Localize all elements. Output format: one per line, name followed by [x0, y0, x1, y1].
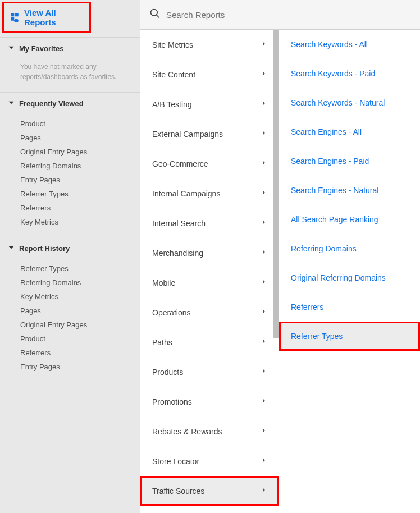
category-item[interactable]: Traffic Sources — [140, 476, 279, 506]
sidebar-section-title: Frequently Viewed — [19, 99, 84, 108]
category-item[interactable]: Operations — [140, 297, 279, 327]
category-label: Internal Campaigns — [152, 189, 220, 198]
sidebar-item[interactable]: Referrers — [0, 346, 140, 360]
sidebar-item[interactable]: Pages — [0, 304, 140, 318]
subreport-label: Search Engines - All — [291, 127, 362, 136]
subreport-label: Search Engines - Paid — [291, 157, 369, 166]
category-item[interactable]: External Campaigns — [140, 119, 279, 149]
chevron-right-icon — [261, 70, 267, 79]
sidebar-section-title: Report History — [19, 244, 70, 253]
sidebar-item[interactable]: Referring Domains — [0, 276, 140, 290]
sidebar-item[interactable]: Key Metrics — [0, 290, 140, 304]
category-item[interactable]: Geo-Commerce — [140, 149, 279, 178]
sidebar-section-body: You have not marked any reports/dashboar… — [0, 59, 140, 92]
category-item[interactable]: Paths — [140, 327, 279, 357]
category-item[interactable]: Site Content — [140, 59, 279, 89]
sidebar-section: Frequently ViewedProductPagesOriginal En… — [0, 92, 140, 237]
subreport-item[interactable]: Referrers — [279, 292, 420, 322]
subreport-label: Original Referring Domains — [291, 273, 386, 282]
subreport-item[interactable]: Referring Domains — [279, 234, 420, 263]
sidebar-item[interactable]: Referrer Types — [0, 262, 140, 276]
view-all-reports-label: View All Reports — [24, 8, 84, 27]
sidebar-section-header[interactable]: Frequently Viewed — [0, 93, 140, 114]
category-item[interactable]: Mobile — [140, 268, 279, 297]
subreport-label: Referring Domains — [291, 244, 357, 253]
sidebar-section-header[interactable]: Report History — [0, 237, 140, 259]
chevron-right-icon — [261, 99, 267, 109]
category-item[interactable]: Visitor Retention — [140, 506, 279, 513]
sidebar-item[interactable]: Original Entry Pages — [0, 318, 140, 332]
category-label: Internal Search — [152, 219, 206, 228]
subreport-item[interactable]: Search Engines - Paid — [279, 146, 420, 176]
sidebar-item[interactable]: Referrer Types — [0, 187, 140, 201]
report-columns: Site MetricsSite ContentA/B TestingExter… — [140, 30, 420, 513]
subreport-item[interactable]: All Search Page Ranking — [279, 205, 420, 234]
category-item[interactable]: Internal Search — [140, 208, 279, 238]
category-item[interactable]: Rebates & Rewards — [140, 416, 279, 446]
sidebar-item[interactable]: Product — [0, 332, 140, 346]
sidebar-item[interactable]: Pages — [0, 131, 140, 145]
subreport-label: Referrer Types — [291, 332, 343, 341]
chevron-right-icon — [261, 367, 267, 377]
category-label: Store Locator — [152, 457, 199, 466]
view-all-reports-button[interactable]: View All Reports — [2, 2, 91, 33]
subreport-item[interactable]: Referrer Types — [279, 322, 420, 351]
chevron-right-icon — [261, 40, 267, 49]
favorites-empty-text: You have not marked any reports/dashboar… — [0, 62, 140, 84]
chevron-right-icon — [261, 486, 267, 496]
subreport-item[interactable]: Search Keywords - Paid — [279, 59, 420, 88]
chevron-down-icon — [8, 99, 15, 108]
chevron-right-icon — [261, 397, 267, 406]
category-label: Operations — [152, 308, 190, 317]
subreport-column[interactable]: Search Keywords - AllSearch Keywords - P… — [279, 30, 420, 513]
sidebar: View All Reports My FavoritesYou have no… — [0, 0, 140, 513]
chevron-right-icon — [261, 278, 267, 287]
category-item[interactable]: Products — [140, 357, 279, 387]
category-item[interactable]: Promotions — [140, 387, 279, 416]
category-label: Geo-Commerce — [152, 159, 208, 168]
category-label: Promotions — [152, 397, 192, 406]
sidebar-item[interactable]: Original Entry Pages — [0, 145, 140, 159]
category-scrollbar[interactable] — [273, 30, 279, 338]
search-input[interactable] — [166, 10, 411, 20]
subreport-label: All Search Page Ranking — [291, 215, 378, 224]
category-column[interactable]: Site MetricsSite ContentA/B TestingExter… — [140, 30, 279, 513]
svg-point-0 — [151, 10, 158, 16]
sidebar-section: Report HistoryReferrer TypesReferring Do… — [0, 237, 140, 382]
sidebar-section: My FavoritesYou have not marked any repo… — [0, 37, 140, 93]
subreport-item[interactable]: Original Referring Domains — [279, 263, 420, 292]
sidebar-item[interactable]: Referring Domains — [0, 159, 140, 173]
sidebar-section-body: ProductPagesOriginal Entry PagesReferrin… — [0, 114, 140, 237]
chevron-right-icon — [261, 337, 267, 347]
category-item[interactable]: Merchandising — [140, 238, 279, 268]
subreport-item[interactable]: Search Keywords - Natural — [279, 88, 420, 117]
sidebar-section-header[interactable]: My Favorites — [0, 38, 140, 59]
search-icon — [149, 8, 161, 21]
sidebar-item[interactable]: Key Metrics — [0, 215, 140, 229]
chevron-right-icon — [261, 218, 267, 228]
subreport-item[interactable]: Search Keywords - All — [279, 30, 420, 59]
subreport-label: Search Keywords - Natural — [291, 98, 385, 107]
sidebar-item[interactable]: Entry Pages — [0, 173, 140, 187]
chevron-right-icon — [261, 189, 267, 198]
sidebar-item[interactable]: Product — [0, 117, 140, 131]
category-label: Traffic Sources — [152, 487, 204, 496]
category-item[interactable]: A/B Testing — [140, 89, 279, 119]
svg-line-1 — [157, 15, 159, 18]
subreport-item[interactable]: Search Engines - Natural — [279, 176, 420, 205]
category-label: Site Content — [152, 70, 195, 79]
sidebar-item[interactable]: Entry Pages — [0, 360, 140, 374]
reports-icon — [10, 12, 20, 24]
subreport-item[interactable]: Search Engines - All — [279, 117, 420, 146]
category-item[interactable]: Site Metrics — [140, 30, 279, 59]
chevron-right-icon — [261, 129, 267, 139]
category-item[interactable]: Store Locator — [140, 446, 279, 476]
subreport-label: Referrers — [291, 303, 323, 312]
chevron-down-icon — [8, 44, 15, 53]
category-item[interactable]: Internal Campaigns — [140, 178, 279, 208]
category-label: A/B Testing — [152, 100, 192, 109]
subreport-label: Search Engines - Natural — [291, 186, 378, 195]
sidebar-item[interactable]: Referrers — [0, 201, 140, 215]
category-label: Mobile — [152, 278, 175, 287]
category-label: Paths — [152, 338, 172, 347]
